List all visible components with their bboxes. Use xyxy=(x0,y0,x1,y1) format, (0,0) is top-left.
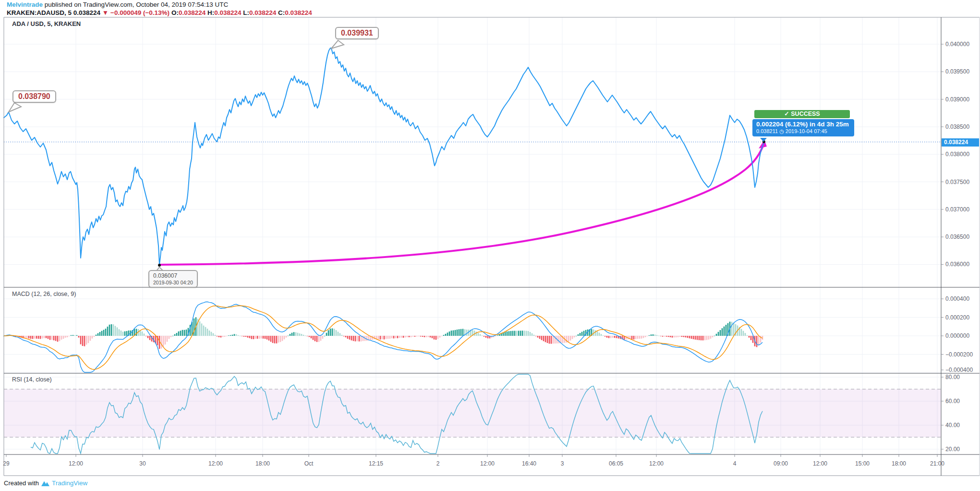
macd-histogram-bar xyxy=(649,335,650,336)
macd-histogram-bar xyxy=(236,334,237,336)
success-badge[interactable]: ✓ SUCCESS xyxy=(754,110,850,118)
macd-histogram-bar xyxy=(426,336,427,337)
price-axis-label: 0.036500 xyxy=(945,233,969,240)
macd-histogram-bar xyxy=(476,331,477,336)
macd-histogram-bar xyxy=(699,336,700,340)
macd-histogram-bar xyxy=(674,336,675,337)
forecast-info-box[interactable]: 0.002204 (6.12%) in 4d 3h 25m 0.038211 ◷… xyxy=(752,119,854,136)
callout-high-price-value: 0.039931 xyxy=(341,29,373,37)
macd-histogram-bar xyxy=(505,332,506,336)
macd-histogram-bar xyxy=(234,334,235,336)
macd-histogram-bar xyxy=(614,336,616,338)
macd-histogram-bar xyxy=(612,336,614,338)
price-axis-label: 0.038500 xyxy=(945,123,969,130)
macd-histogram-bar xyxy=(96,335,97,336)
macd-histogram-bar xyxy=(747,335,748,336)
macd-histogram-bar xyxy=(482,335,483,336)
macd-histogram-bar xyxy=(572,336,573,339)
macd-histogram-bar xyxy=(428,336,429,337)
price-line-series[interactable] xyxy=(4,48,764,265)
macd-histogram-bar xyxy=(378,336,379,339)
macd-histogram-bar xyxy=(660,336,662,336)
macd-histogram-bar xyxy=(656,335,658,336)
macd-histogram-bar xyxy=(243,336,245,337)
macd-histogram-bar xyxy=(530,332,531,336)
macd-histogram-bar xyxy=(90,336,91,341)
macd-histogram-bar xyxy=(574,336,575,337)
macd-histogram-bar xyxy=(76,335,78,336)
tradingview-link[interactable]: TradingView xyxy=(52,479,87,487)
price-axis-label: 0.037000 xyxy=(945,206,969,213)
macd-histogram-bar xyxy=(48,336,49,339)
macd-histogram-bar xyxy=(685,336,687,337)
macd-panel-title: MACD (12, 26, close, 9) xyxy=(12,291,76,297)
macd-axis-label: −0.000200 xyxy=(945,351,973,358)
macd-histogram-bar xyxy=(455,330,456,336)
macd-histogram-bar xyxy=(439,336,441,338)
forecast-gain-text: 0.002204 (6.12%) in 4d 3h 25m xyxy=(756,121,850,128)
callout-low-price-value: 0.036007 xyxy=(153,272,193,279)
macd-histogram-bar xyxy=(478,333,479,336)
macd-histogram-bar xyxy=(687,336,689,338)
macd-histogram-bar xyxy=(232,335,233,336)
callout-start-pointer xyxy=(9,103,21,112)
macd-histogram-bar xyxy=(702,336,704,340)
clock-icon: ◷ xyxy=(779,128,784,134)
macd-histogram-bar xyxy=(226,336,228,336)
macd-histogram-bar xyxy=(293,332,295,336)
rsi-axis-label: 80.00 xyxy=(945,374,960,381)
time-axis-label: 3 xyxy=(561,460,564,467)
macd-histogram-bar xyxy=(315,336,316,341)
macd-histogram-bar xyxy=(749,336,750,338)
macd-histogram-bar xyxy=(462,329,464,336)
macd-histogram-bar xyxy=(65,336,66,338)
macd-histogram-bar xyxy=(664,336,665,337)
macd-histogram-bar xyxy=(286,336,287,338)
macd-histogram-bar xyxy=(566,336,568,343)
macd-axis-label: −0.000400 xyxy=(945,367,973,373)
macd-histogram-bar xyxy=(174,334,176,336)
macd-histogram-bar xyxy=(726,325,727,336)
chart-canvas[interactable] xyxy=(0,0,980,491)
macd-histogram-bar xyxy=(595,330,596,336)
macd-histogram-bar xyxy=(213,333,214,336)
macd-histogram-bar xyxy=(514,331,516,336)
macd-histogram-bar xyxy=(714,336,715,336)
macd-histogram-bar xyxy=(313,336,314,340)
macd-histogram-bar xyxy=(460,329,462,336)
success-label: SUCCESS xyxy=(791,110,820,117)
macd-histogram-bar xyxy=(88,336,89,343)
callout-high-price[interactable]: 0.039931 xyxy=(335,27,379,39)
macd-histogram-bar xyxy=(610,336,612,338)
time-axis-label: 12:00 xyxy=(208,460,223,467)
macd-histogram-bar xyxy=(261,336,262,338)
macd-signal-series[interactable] xyxy=(4,306,762,369)
callout-start-price[interactable]: 0.038790 xyxy=(12,90,56,103)
macd-histogram-bar xyxy=(704,336,706,340)
macd-histogram-bar xyxy=(257,336,258,339)
macd-histogram-bar xyxy=(55,336,57,341)
success-check-icon: ✓ xyxy=(784,110,789,117)
macd-histogram-bar xyxy=(606,336,608,338)
macd-histogram-bar xyxy=(165,336,166,344)
macd-histogram-bar xyxy=(608,336,610,338)
callout-low-price[interactable]: 0.036007 2019-09-30 04:20 xyxy=(148,270,198,288)
macd-histogram-bar xyxy=(651,334,652,336)
macd-histogram-bar xyxy=(597,331,598,336)
macd-histogram-bar xyxy=(253,336,254,339)
macd-histogram-bar xyxy=(724,327,725,336)
macd-histogram-bar xyxy=(122,331,124,336)
macd-histogram-bar xyxy=(666,336,667,337)
macd-histogram-bar xyxy=(712,336,714,337)
macd-histogram-bar xyxy=(480,334,481,336)
macd-line-series[interactable] xyxy=(4,302,762,372)
macd-histogram-bar xyxy=(451,331,452,336)
macd-histogram-bar xyxy=(80,336,82,344)
macd-histogram-bar xyxy=(616,336,617,338)
macd-histogram-bar xyxy=(672,336,673,338)
macd-histogram-bar xyxy=(524,331,525,336)
macd-histogram-bar xyxy=(405,336,406,337)
macd-histogram-bar xyxy=(270,336,272,342)
macd-histogram-bar xyxy=(553,336,554,344)
callout-start-price-value: 0.038790 xyxy=(18,92,50,100)
